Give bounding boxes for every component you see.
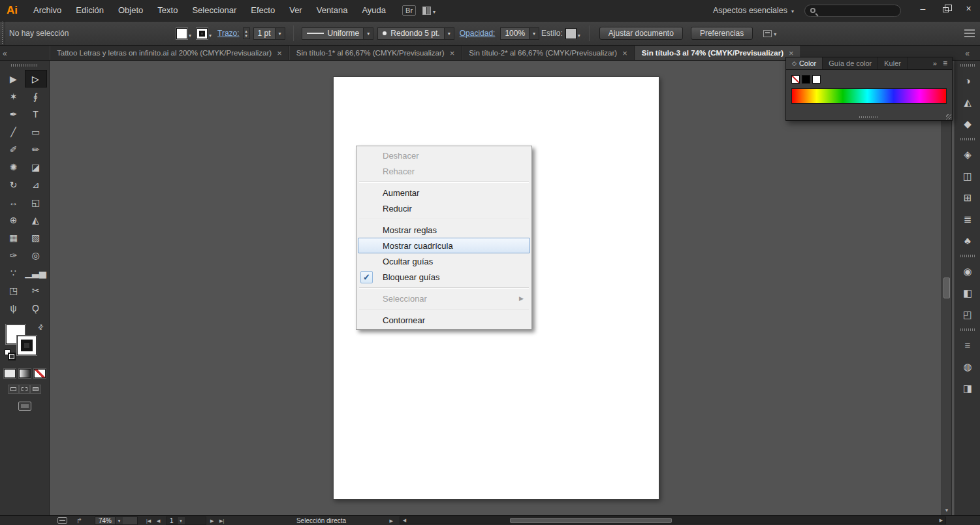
menu-archivo[interactable]: Archivo	[26, 0, 69, 21]
menu-item-mostrar-reglas[interactable]: Mostrar reglas	[358, 222, 530, 238]
panel-tab-guia-de-color[interactable]: Guía de color	[823, 57, 878, 69]
draw-inside-button[interactable]	[30, 385, 41, 394]
search-input[interactable]	[819, 7, 895, 14]
vertical-scrollbar[interactable]	[941, 61, 952, 515]
menu-efecto[interactable]: Efecto	[244, 0, 282, 21]
artboard-nav-field[interactable]: 1	[166, 517, 206, 525]
stroke-width-combo[interactable]: 1 pt	[253, 27, 285, 40]
control-bar-grip[interactable]	[0, 22, 5, 45]
opacity-panel-link[interactable]: Opacidad:	[460, 29, 496, 38]
gradient-tool[interactable]: ▧	[25, 229, 47, 246]
toolbar-collapse-button[interactable]	[0, 46, 50, 60]
stroke-panel-icon[interactable]: ◍	[955, 356, 980, 377]
appearance-panel-icon[interactable]: ◆	[955, 113, 980, 135]
panel-menu-icon[interactable]	[943, 59, 947, 68]
pathfinder-panel-icon[interactable]: ♣	[955, 230, 980, 251]
lasso-tool[interactable]: ∮	[25, 88, 47, 105]
eraser-tool[interactable]: ◪	[25, 158, 47, 176]
stroke-color-picker[interactable]	[197, 28, 212, 39]
symbol-sprayer-tool[interactable]: ∵	[3, 264, 25, 281]
artboard-tool[interactable]: ◳	[3, 281, 25, 299]
paintbrush-tool[interactable]: ✐	[3, 140, 25, 158]
color-spectrum[interactable]	[791, 88, 947, 104]
vertical-scroll-thumb[interactable]	[943, 278, 950, 298]
paragraph-panel-icon[interactable]: ≡	[955, 334, 980, 356]
next-artboard-button[interactable]	[210, 517, 213, 525]
zoom-tool[interactable]: Ǫ	[25, 299, 47, 317]
close-button[interactable]: ×	[957, 0, 980, 17]
blob-brush-tool[interactable]: ✺	[3, 158, 25, 176]
scroll-down-icon[interactable]	[942, 506, 951, 515]
panel-resize-grip[interactable]	[946, 114, 951, 119]
last-artboard-button[interactable]	[219, 517, 224, 525]
scroll-left-icon[interactable]	[400, 517, 409, 524]
blend-tool[interactable]: ◎	[25, 246, 47, 264]
swatch-white[interactable]	[812, 75, 821, 84]
transparency-panel-icon[interactable]: ◧	[955, 282, 980, 304]
line-segment-tool[interactable]: ╱	[3, 123, 25, 140]
document-tab[interactable]: Sin título-1* al 66,67% (CMYK/Previsuali…	[289, 46, 462, 60]
width-tool[interactable]: ↔	[3, 193, 25, 211]
first-artboard-button[interactable]	[146, 517, 151, 525]
chevron-down-icon[interactable]	[444, 28, 454, 39]
layers-panel-icon[interactable]: ◈	[955, 144, 980, 165]
swap-fill-stroke-icon[interactable]	[36, 323, 45, 332]
bridge-button[interactable]: Br	[402, 5, 416, 16]
rectangle-tool[interactable]: ▭	[25, 123, 47, 140]
perspective-grid-tool[interactable]: ◭	[25, 211, 47, 229]
column-graph-tool[interactable]: ▁▃▅	[25, 264, 47, 281]
gradient-panel-icon[interactable]: ◉	[955, 261, 980, 282]
menu-ver[interactable]: Ver	[282, 0, 309, 21]
swatches-panel-icon[interactable]: ⊞	[955, 187, 980, 208]
tab-close-icon[interactable]: ×	[450, 48, 455, 58]
symbols-panel-icon[interactable]: ◰	[955, 304, 980, 325]
color-guide-panel-icon[interactable]: ◭	[955, 91, 980, 113]
tab-close-icon[interactable]: ×	[277, 48, 282, 58]
menu-item-aumentar[interactable]: Aumentar	[358, 185, 530, 200]
control-panel-menu-icon[interactable]	[964, 29, 975, 37]
panel-grip[interactable]	[859, 116, 879, 118]
eyedropper-tool[interactable]: ✑	[3, 246, 25, 264]
swatch-none[interactable]	[791, 75, 800, 84]
magic-wand-tool[interactable]: ✶	[3, 88, 25, 105]
panel-tab-color[interactable]: ◇Color	[786, 57, 823, 69]
mesh-tool[interactable]: ▦	[3, 229, 25, 246]
graphic-styles-panel-icon[interactable]: ◨	[955, 377, 980, 399]
none-mode-button[interactable]	[34, 369, 46, 378]
pen-tool[interactable]: ✒	[3, 105, 25, 123]
status-tool-readout[interactable]: Selección directa	[247, 516, 396, 525]
minimize-button[interactable]: –	[911, 0, 934, 17]
horizontal-scroll-thumb[interactable]	[510, 518, 672, 523]
brush-definition-combo[interactable]: Redondo 5 pt.	[377, 27, 454, 40]
chevron-down-icon[interactable]	[363, 28, 373, 39]
restore-button[interactable]	[934, 0, 957, 17]
previous-artboard-button[interactable]	[157, 517, 160, 525]
preferences-button[interactable]: Preferencias	[691, 27, 753, 40]
artboard-icon[interactable]	[57, 517, 67, 524]
document-tab[interactable]: Tattoo Letras y letras on infinito.ai al…	[50, 46, 289, 60]
pencil-tool[interactable]: ✏	[25, 140, 47, 158]
panel-tab-kuler[interactable]: Kuler	[878, 57, 908, 69]
fill-color-picker[interactable]	[176, 28, 191, 39]
chevron-down-icon[interactable]	[115, 517, 123, 524]
draw-normal-button[interactable]	[8, 385, 19, 394]
menu-item-bloquear-guias[interactable]: ✓Bloquear guías	[358, 269, 530, 285]
scale-tool[interactable]: ⊿	[25, 176, 47, 193]
dock-collapse-button[interactable]	[955, 46, 980, 60]
graphic-style-picker[interactable]	[565, 28, 580, 39]
align-panel-icon[interactable]: ≣	[955, 208, 980, 230]
opacity-combo[interactable]: 100%	[500, 27, 539, 40]
toolbar-grip[interactable]	[11, 64, 39, 67]
arrange-documents-button[interactable]	[422, 5, 435, 16]
document-tab[interactable]: Sin título-2* al 66,67% (CMYK/Previsuali…	[462, 46, 635, 60]
workspace-switcher[interactable]: Aspectos esenciales	[713, 6, 794, 15]
rotate-tool[interactable]: ↻	[3, 176, 25, 193]
shape-builder-tool[interactable]: ⊕	[3, 211, 25, 229]
default-fill-stroke-icon[interactable]	[5, 349, 10, 355]
draw-behind-button[interactable]	[19, 385, 30, 394]
menu-item-contornear[interactable]: Contornear	[358, 312, 530, 328]
tab-close-icon[interactable]: ×	[622, 48, 627, 58]
menu-item-reducir[interactable]: Reducir	[358, 200, 530, 216]
color-mode-button[interactable]	[4, 369, 16, 378]
chevron-down-icon[interactable]	[177, 517, 185, 524]
